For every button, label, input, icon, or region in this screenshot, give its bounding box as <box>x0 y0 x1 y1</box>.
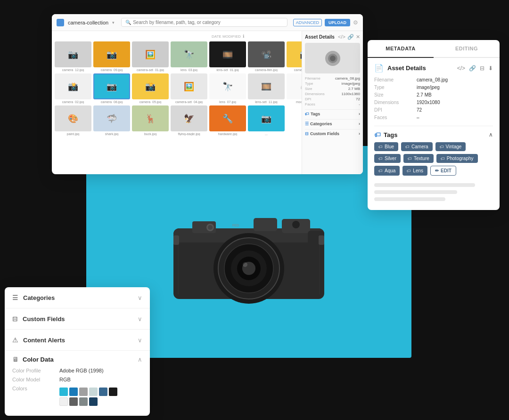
camera-illustration: FED <box>159 186 338 318</box>
tab-metadata[interactable]: METADATA <box>368 40 434 58</box>
browser-toolbar: camera-collection ▾ 🔍 ADVANCED UPLOAD ⚙ <box>52 14 363 31</box>
sidebar-tags-section: 🏷Tags › <box>305 109 360 116</box>
tags-edit-button[interactable]: ✏ EDIT <box>430 166 456 176</box>
thumb-label: lens_07.jpg <box>219 100 236 104</box>
categories-section-left: ☰ Categories <box>12 294 55 301</box>
link-copy-icon[interactable]: 🔗 <box>469 65 476 72</box>
detail-faces-row: Faces – <box>374 115 493 120</box>
meta-dim-key: Dimensions <box>305 92 325 96</box>
list-item[interactable]: 🦌 buck.jpg <box>132 105 169 136</box>
custom-fields-section-row[interactable]: ⊟ Custom Fields ∨ <box>5 308 150 329</box>
divider <box>374 126 493 126</box>
thumb-label: buck.jpg <box>144 132 156 136</box>
list-item[interactable]: 📽️ camera-film.jpg <box>248 41 285 72</box>
svg-point-26 <box>330 56 336 61</box>
list-item[interactable]: 📸 camera_02.jpg <box>55 73 91 104</box>
custom-fields-icon: ⊟ <box>12 315 18 323</box>
list-item[interactable]: 🎞️ lens-set_11.jpg <box>248 73 285 104</box>
list-item[interactable]: 🎨 paint.jpg <box>55 105 91 136</box>
swatch-7 <box>59 397 68 406</box>
swatch-2 <box>69 388 78 396</box>
list-item[interactable]: 🦝 moonkat.jpg <box>287 73 302 104</box>
list-item[interactable]: 📸 camera_09.jpg <box>93 41 130 72</box>
list-item[interactable]: 🖼️ camera-set_04.jpg <box>171 73 207 104</box>
detail-dimensions-val: 1920x1080 <box>417 100 440 105</box>
search-input[interactable] <box>133 20 283 25</box>
categories-section-row[interactable]: ☰ Categories ∨ <box>5 287 150 308</box>
collection-chevron-icon[interactable]: ▾ <box>112 20 115 25</box>
color-data-icon: 🖥 <box>12 355 19 363</box>
tags-section-header: 🏷 Tags ∧ <box>374 131 493 138</box>
tags-title: 🏷 Tags <box>374 131 397 138</box>
qr-icon[interactable]: ⊟ <box>480 65 484 72</box>
upload-button[interactable]: UPLOAD <box>325 19 350 26</box>
alert-icon: ⚠ <box>12 336 18 344</box>
sidebar-custom-fields-header[interactable]: ⊟Custom Fields › <box>305 131 360 136</box>
categories-icon: ☰ <box>12 294 18 301</box>
svg-rect-5 <box>254 218 277 231</box>
detail-dimensions-row: Dimensions 1920x1080 <box>374 100 493 105</box>
tag-icon: 🏷 <box>305 112 309 116</box>
thumb-label: moonkat.jpg <box>296 100 302 104</box>
sidebar-categories-header[interactable]: ☰Categories › <box>305 121 360 126</box>
list-item[interactable]: 🖼️ camera-set_01.jpg <box>132 41 169 72</box>
embed-code-icon[interactable]: </> <box>457 65 465 72</box>
custom-fields-label: Custom Fields <box>23 315 65 323</box>
thumb-label: lens_03.jpg <box>181 68 197 72</box>
tag-chip-icon: 🏷 <box>378 145 383 149</box>
settings-icon[interactable]: ⚙ <box>353 19 358 26</box>
list-item[interactable]: 🔭 lens_03.jpg <box>171 41 207 72</box>
swatch-9 <box>79 397 88 406</box>
detail-dpi-val: 72 <box>417 107 422 113</box>
panel-action-icons: </> 🔗 ⊟ ⬇ <box>457 65 493 72</box>
tab-editing[interactable]: EDITING <box>434 40 500 57</box>
list-item[interactable]: 🦅 flying-eagle.jpg <box>171 105 207 136</box>
list-item[interactable]: 📷 camera_08.jpg <box>93 73 130 104</box>
thumb-label: camera_09.jpg <box>101 68 123 72</box>
color-data-title-row: 🖥 Color Data ∧ <box>12 355 142 363</box>
swatch-6 <box>109 388 117 396</box>
meta-faces-row: Faces - <box>305 102 360 106</box>
list-item[interactable]: 📷 ... <box>248 105 285 136</box>
detail-size-val: 2.7 MB <box>417 92 432 97</box>
tag-chip-blue[interactable]: 🏷 Blue <box>374 142 398 151</box>
link-icon[interactable]: 🔗 <box>347 34 354 40</box>
tag-chip-aqua[interactable]: 🏷 Aqua <box>374 166 400 176</box>
download-icon[interactable]: ⬇ <box>488 65 493 72</box>
asset-preview-thumbnail[interactable] <box>305 43 360 73</box>
color-data-title: Color Data <box>23 356 54 363</box>
list-item[interactable]: 📷 camera_06.jpg <box>287 41 302 72</box>
list-item[interactable]: 🎞️ lens-set_01.jpg <box>209 41 246 72</box>
swatch-3 <box>79 388 88 396</box>
collection-name[interactable]: camera-collection <box>68 20 108 25</box>
list-item[interactable]: 🔭 lens_07.jpg <box>209 73 246 104</box>
tags-chevron-up-icon[interactable]: ∧ <box>489 131 493 138</box>
embed-icon[interactable]: </> <box>338 34 345 40</box>
search-icon: 🔍 <box>125 20 131 25</box>
tag-chip-silver[interactable]: 🏷 Silver <box>374 154 401 163</box>
list-item[interactable]: 📷 camera_12.jpg <box>55 41 91 72</box>
detail-type-row: Type image/jpeg <box>374 85 493 90</box>
tag-chip-lens[interactable]: 🏷 Lens <box>402 166 427 176</box>
advanced-button[interactable]: ADVANCED <box>293 19 322 26</box>
sidebar-tags-header[interactable]: 🏷Tags › <box>305 112 360 116</box>
bottom-left-panel: ☰ Categories ∨ ⊟ Custom Fields ∨ ⚠ Conte… <box>5 287 150 416</box>
close-icon[interactable]: ✕ <box>356 34 360 40</box>
content-alerts-section-row[interactable]: ⚠ Content Alerts ∨ <box>5 330 150 350</box>
search-bar[interactable]: 🔍 <box>121 18 287 27</box>
color-data-section: 🖥 Color Data ∧ Color Profile Adobe RGB (… <box>5 351 150 416</box>
tag-chip-vintage[interactable]: 🏷 Vintage <box>435 142 466 151</box>
tag-chip-icon: 🏷 <box>405 145 410 149</box>
detail-faces-val: – <box>417 115 419 120</box>
list-item[interactable]: 🔧 hardware.jpg <box>209 105 246 136</box>
color-data-chevron-up-icon[interactable]: ∧ <box>138 356 142 363</box>
content-alerts-chevron-icon: ∨ <box>138 337 142 344</box>
list-item[interactable]: 🦈 shark.jpg <box>93 105 130 136</box>
list-item[interactable]: 📸 camera_05.jpg <box>132 73 169 104</box>
tag-chip-camera[interactable]: 🏷 Camera <box>401 142 433 151</box>
svg-text:FED: FED <box>232 224 239 227</box>
meta-size-row: Size 2.7 MB <box>305 87 360 91</box>
tag-chip-photography[interactable]: 🏷 Photography <box>436 154 478 163</box>
custom-fields-chevron-icon: › <box>359 131 360 136</box>
tag-chip-texture[interactable]: 🏷 Texture <box>403 154 434 163</box>
